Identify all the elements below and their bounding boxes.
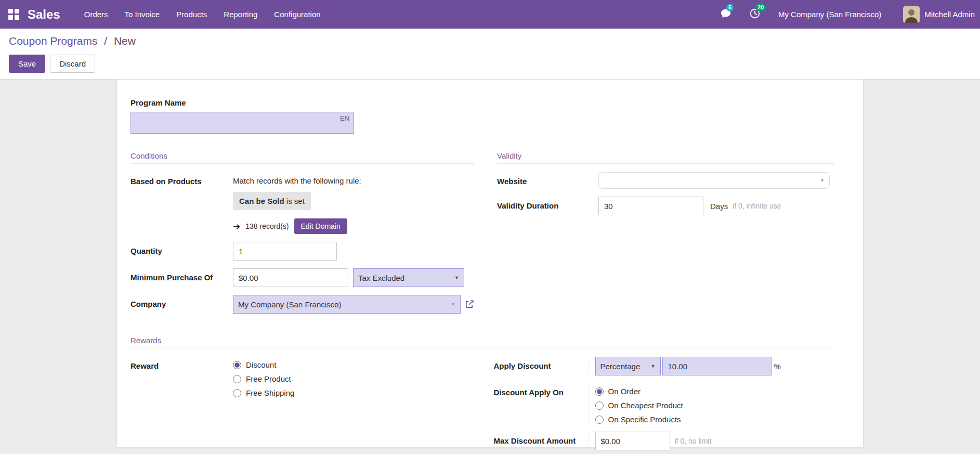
max-discount-input[interactable] (595, 432, 670, 450)
nav-item-products[interactable]: Products (168, 0, 215, 29)
content-area: Program Name EN Conditions Based on Prod… (0, 80, 980, 452)
website-select[interactable]: ▼ (598, 172, 830, 189)
save-button[interactable]: Save (9, 55, 45, 73)
website-label: Website (497, 172, 592, 189)
apply-on-radio-specific[interactable] (595, 416, 604, 424)
translation-lang-tag[interactable]: EN (340, 114, 349, 122)
apply-on-option-cheapest[interactable]: On Cheapest Product (595, 401, 834, 410)
based-on-products-label: Based on Products (130, 172, 233, 234)
company-value: My Company (San Francisco) (238, 300, 341, 309)
breadcrumb-current: New (114, 35, 136, 47)
messages-badge: 5 (726, 4, 734, 11)
reward-radio-free-shipping[interactable] (233, 389, 241, 397)
records-count[interactable]: 138 record(s) (245, 222, 289, 230)
program-name-input[interactable] (130, 112, 354, 134)
top-nav: Sales Orders To Invoice Products Reporti… (0, 0, 980, 29)
reward-radio-discount[interactable] (233, 361, 241, 369)
reward-option-discount[interactable]: Discount (233, 360, 471, 369)
apply-discount-label: Apply Discount (494, 357, 589, 375)
activities-badge: 20 (755, 4, 766, 11)
max-discount-label: Max Discount Amount (494, 432, 589, 450)
discount-mode-value: Percentage (600, 362, 641, 371)
main-menu: Orders To Invoice Products Reporting Con… (76, 0, 329, 29)
reward-radio-free-product[interactable] (233, 375, 241, 383)
tax-mode-value: Tax Excluded (358, 274, 404, 282)
max-discount-hint: if 0, no limit (675, 437, 712, 445)
duration-hint: if 0, infinite use (733, 202, 781, 210)
company-select[interactable]: My Company (San Francisco) ▼ (233, 295, 461, 314)
validity-duration-input[interactable] (598, 197, 703, 215)
nav-item-reporting[interactable]: Reporting (215, 0, 266, 29)
breadcrumb: Coupon Programs / New (9, 35, 971, 47)
form-sheet: Program Name EN Conditions Based on Prod… (116, 80, 864, 448)
edit-domain-button[interactable]: Edit Domain (294, 218, 347, 234)
discount-apply-on-radio-group: On Order On Cheapest Product On Specific… (589, 383, 834, 424)
chevron-down-icon: ▼ (454, 275, 459, 280)
domain-rule-operator: is set (286, 197, 305, 205)
reward-radio-group: Discount Free Product Free Shipping (233, 357, 471, 397)
nav-item-to-invoice[interactable]: To Invoice (116, 0, 168, 29)
company-switcher[interactable]: My Company (San Francisco) (778, 10, 881, 19)
external-link-icon[interactable] (465, 300, 474, 309)
reward-label: Reward (130, 357, 233, 397)
app-name[interactable]: Sales (28, 7, 60, 22)
apps-menu-icon[interactable] (8, 9, 19, 20)
chevron-down-icon: ▼ (451, 302, 455, 307)
user-name: Mitchell Admin (924, 10, 975, 19)
validity-duration-label: Validity Duration (497, 197, 592, 215)
chevron-down-icon: ▼ (820, 178, 825, 183)
rewards-section-title: Rewards (130, 336, 834, 348)
nav-item-orders[interactable]: Orders (76, 0, 116, 29)
minimum-purchase-label: Minimum Purchase Of (130, 268, 233, 287)
apply-on-radio-cheapest[interactable] (595, 401, 604, 410)
user-menu[interactable]: Mitchell Admin (903, 6, 975, 23)
discount-suffix: % (774, 362, 781, 371)
tax-mode-select[interactable]: Tax Excluded ▼ (353, 268, 464, 287)
domain-rule-chip[interactable]: Can be Sold is set (233, 192, 311, 210)
discount-value-input[interactable] (662, 357, 772, 375)
domain-rule-field: Can be Sold (239, 197, 284, 205)
duration-unit: Days (710, 202, 728, 211)
breadcrumb-parent-link[interactable]: Coupon Programs (9, 35, 97, 47)
discount-mode-select[interactable]: Percentage ▼ (595, 357, 661, 375)
control-panel: Coupon Programs / New Save Discard (0, 29, 980, 80)
discount-apply-on-label: Discount Apply On (494, 383, 589, 424)
reward-option-free-shipping[interactable]: Free Shipping (233, 388, 471, 397)
chevron-down-icon: ▼ (651, 364, 656, 369)
discard-button[interactable]: Discard (50, 55, 95, 73)
program-name-label: Program Name (130, 98, 834, 107)
conditions-section-title: Conditions (130, 151, 474, 164)
apply-on-option-specific[interactable]: On Specific Products (595, 415, 834, 424)
breadcrumb-separator: / (104, 35, 107, 47)
company-label: Company (130, 295, 233, 314)
quantity-label: Quantity (130, 242, 233, 261)
apply-on-option-on-order[interactable]: On Order (595, 387, 834, 396)
quantity-input[interactable] (233, 242, 337, 261)
arrow-right-icon: ➔ (233, 221, 240, 232)
nav-item-configuration[interactable]: Configuration (266, 0, 329, 29)
apply-on-radio-on-order[interactable] (595, 387, 604, 396)
avatar (903, 6, 920, 23)
messages-button[interactable]: 5 (720, 8, 731, 21)
reward-option-free-product[interactable]: Free Product (233, 374, 471, 383)
minimum-purchase-input[interactable] (233, 268, 348, 287)
domain-rule-hint: Match records with the following rule: (233, 172, 474, 185)
validity-section-title: Validity (497, 151, 834, 164)
activities-button[interactable]: 20 (749, 8, 761, 21)
